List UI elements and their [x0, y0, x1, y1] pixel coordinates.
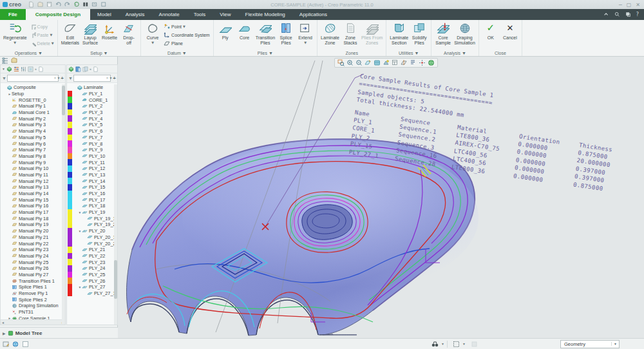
tree-item-transition-plies-1[interactable]: Transition Plies 1: [1, 278, 65, 284]
perspective-icon[interactable]: [428, 59, 435, 66]
tree-item-rosette-0[interactable]: ROSETTE_0: [1, 97, 65, 103]
tree-item-ply-1[interactable]: PLY_1: [67, 91, 117, 97]
tree-item-manual-ply-4[interactable]: Manual Ply 4: [1, 128, 65, 135]
tree-item-ply-20[interactable]: ▾PLY_20: [67, 228, 117, 234]
group-label-operations[interactable]: Operations ▼: [0, 51, 57, 55]
tree-columns-icon[interactable]: [21, 66, 26, 72]
tree-item-pnt31[interactable]: xPNT31: [1, 309, 65, 316]
tree-item-manual-ply-17[interactable]: Manual Ply 17: [1, 209, 65, 216]
tree-options-caret-icon[interactable]: ▼: [2, 67, 5, 71]
tree-item-ply-26[interactable]: PLY_26: [67, 278, 117, 284]
folder-browser-tab-icon[interactable]: [11, 57, 17, 64]
tree-item-manual-core-1[interactable]: Manual Core 1: [1, 109, 65, 116]
core-button[interactable]: Core: [235, 21, 254, 41]
tree-item-splice-plies-2[interactable]: Splice Plies 2: [1, 296, 65, 303]
tree-item-manual-ply-3[interactable]: Manual Ply 3: [1, 122, 65, 128]
display-style-icon[interactable]: [374, 59, 381, 66]
tab-analysis[interactable]: Analysis: [118, 9, 152, 20]
tree-item-manual-ply-21[interactable]: Manual Ply 21: [1, 234, 65, 241]
layup-surface-button[interactable]: Layup Surface: [80, 21, 100, 46]
cancel-button[interactable]: ✕Cancel: [500, 21, 520, 41]
tree-item-manual-ply-26[interactable]: Manual Ply 26: [1, 265, 65, 272]
tree-filter-settings-icon[interactable]: [14, 66, 19, 72]
curve-button[interactable]: Curve ▼: [143, 21, 162, 46]
tree-item-ply-15[interactable]: PLY_15: [67, 184, 117, 191]
ok-button[interactable]: ✓OK: [481, 21, 500, 41]
tree-item-manual-ply-5[interactable]: Manual Ply 5: [1, 135, 65, 141]
collapse-ribbon-icon[interactable]: [603, 12, 609, 17]
zoom-out-icon[interactable]: [355, 59, 363, 66]
tree-item-ply-23[interactable]: PLY_23: [67, 259, 117, 265]
open-file-icon[interactable]: [37, 1, 44, 8]
regenerate-model-icon[interactable]: [73, 1, 80, 8]
group-label-utilities[interactable]: Utilities ▼: [386, 51, 431, 55]
copy-button[interactable]: Copy: [28, 23, 55, 30]
tab-annotate[interactable]: Annotate: [152, 9, 187, 20]
tree-item-ply-6[interactable]: PLY_6: [67, 128, 117, 135]
close-window-icon[interactable]: [100, 1, 107, 8]
tree-item-manual-ply-19[interactable]: Manual Ply 19: [1, 222, 65, 228]
laminate-overflow-icon[interactable]: »: [90, 67, 91, 71]
solidify-plies-button[interactable]: Solidify Plies: [410, 21, 429, 46]
tree-item-manual-ply-8[interactable]: Manual Ply 8: [1, 153, 65, 160]
tree-item-manual-ply-6[interactable]: Manual Ply 6: [1, 140, 65, 147]
zoom-window-icon[interactable]: [337, 59, 345, 66]
tree-item-manual-ply-7[interactable]: Manual Ply 7: [1, 147, 65, 153]
tree-item-manual-ply-2[interactable]: Manual Ply 2: [1, 115, 65, 122]
repaint-icon[interactable]: [365, 59, 372, 66]
draping-simulation-button[interactable]: Draping Simulation: [453, 21, 477, 46]
tab-view[interactable]: View: [213, 9, 238, 20]
laminate-layers-icon[interactable]: [68, 66, 74, 72]
group-label-setup[interactable]: Setup ▼: [58, 51, 140, 55]
filter-add-icon[interactable]: +: [61, 75, 64, 81]
tree-item-ply-20-2[interactable]: PLY_20_2: [67, 240, 117, 247]
tree-item-ply-7[interactable]: PLY_7: [67, 135, 117, 141]
laminate-view-flat-icon[interactable]: [75, 66, 81, 72]
composite-tree-vscrollbar[interactable]: [62, 84, 65, 325]
tree-item-manual-ply-23[interactable]: Manual Ply 23: [1, 247, 65, 253]
core-sample-button[interactable]: Core Sample: [433, 21, 453, 46]
tree-item-ply-27-1[interactable]: PLY_27_1: [67, 290, 117, 297]
point-button[interactable]: Point▼: [162, 23, 211, 30]
filter-caret-icon[interactable]: ▼: [109, 76, 112, 80]
tree-item-ply-16[interactable]: PLY_16: [67, 191, 117, 197]
tree-item-manual-ply-10[interactable]: Manual Ply 10: [1, 165, 65, 172]
tree-item-draping-simulation[interactable]: Draping Simulation: [1, 303, 65, 309]
tree-item-manual-ply-9[interactable]: Manual Ply 9: [1, 159, 65, 165]
tree-item-setup[interactable]: ▸Setup: [1, 91, 65, 97]
tree-item-ply-27[interactable]: ▾PLY_27: [67, 284, 117, 290]
tree-item-ply-13[interactable]: PLY_13: [67, 172, 117, 178]
selection-box-icon[interactable]: [453, 341, 460, 348]
tree-item-core-1[interactable]: CORE_1: [67, 97, 117, 103]
tree-item-ply-10[interactable]: PLY_10: [67, 153, 117, 160]
tree-item-composite[interactable]: Composite: [1, 84, 65, 91]
help-icon[interactable]: ?: [636, 12, 639, 17]
model-tree-footer[interactable]: ▶ Model Tree: [0, 327, 118, 338]
tree-item-ply-3[interactable]: PLY_3: [67, 109, 117, 116]
plies-from-zones-button[interactable]: Plies From Zones: [360, 21, 384, 46]
tree-item-manual-ply-27[interactable]: Manual Ply 27: [1, 272, 65, 278]
tree-item-splice-plies-1[interactable]: Splice Plies 1: [1, 284, 65, 290]
tree-layers-icon[interactable]: [6, 66, 12, 72]
zone-stacks-button[interactable]: Zone Stacks: [341, 21, 360, 46]
model-tree-tab-icon[interactable]: [2, 57, 8, 64]
tab-flexible-modeling[interactable]: Flexible Modeling: [238, 9, 292, 20]
tab-tools[interactable]: Tools: [187, 9, 213, 20]
tree-item-ply-19-2[interactable]: PLY_19_2: [67, 222, 117, 228]
ply-button[interactable]: Ply: [216, 21, 235, 41]
find-caret-icon[interactable]: ▼: [441, 342, 444, 346]
undo-icon[interactable]: [55, 1, 62, 8]
tree-item-ply-17[interactable]: PLY_17: [67, 196, 117, 203]
splice-plies-button[interactable]: Splice Plies: [276, 21, 296, 46]
laminate-doc-icon[interactable]: [93, 66, 99, 72]
web-browser-icon[interactable]: [12, 341, 19, 348]
tree-item-ply-4[interactable]: PLY_4: [67, 115, 117, 122]
regenerate-button[interactable]: Regenerate ▼: [2, 21, 28, 46]
tree-item-ply-19[interactable]: ▾PLY_19: [67, 209, 117, 216]
composite-tree-hscrollbar[interactable]: ◄►: [1, 319, 65, 325]
maximize-icon[interactable]: ▢: [627, 2, 632, 8]
tab-composite-design[interactable]: Composite Design: [26, 9, 90, 20]
minimize-icon[interactable]: ─: [619, 2, 622, 8]
tree-item-manual-ply-24[interactable]: Manual Ply 24: [1, 253, 65, 259]
laminate-tree-vscrollbar[interactable]: [114, 84, 117, 325]
